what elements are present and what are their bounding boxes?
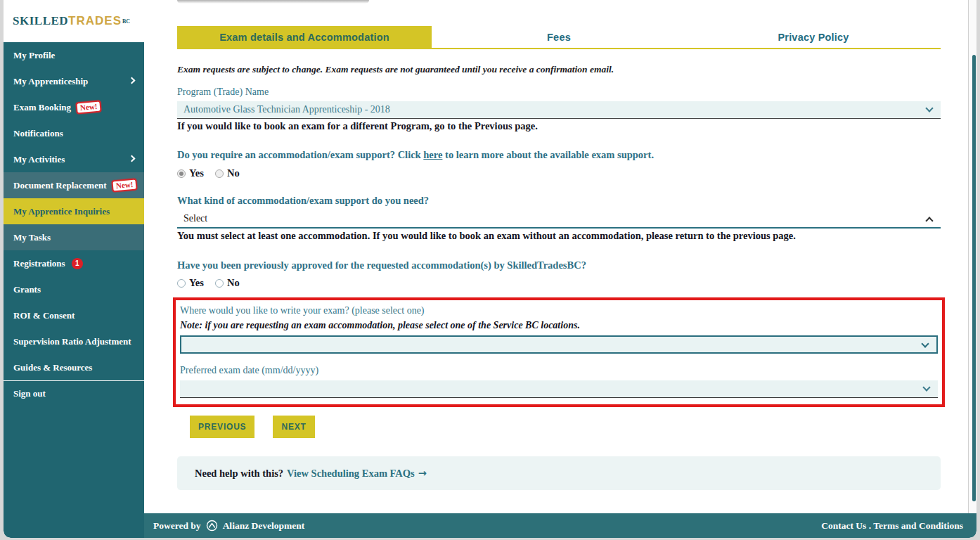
exam-location-label: Where would you like to write your exam?… [180, 305, 938, 316]
sidebar-item-label: Grants [13, 284, 41, 295]
sidebar-item-label: My Tasks [13, 232, 51, 243]
skilledtradesbc-logo[interactable]: SKILLEDTRADESBC [4, 0, 144, 42]
program-select-value: Automotive Glass Technician Apprenticesh… [183, 104, 390, 115]
footer-links: Contact Us . Terms and Conditions [821, 520, 963, 532]
footer-powered-by: Powered by Alianz Development [153, 520, 304, 532]
chevron-down-icon [922, 383, 930, 391]
radio-yes[interactable] [177, 279, 186, 288]
contact-us-link[interactable]: Contact Us [821, 520, 866, 531]
terms-and-conditions-link[interactable]: Terms and Conditions [873, 520, 963, 531]
sidebar-item-my-tasks[interactable]: My Tasks [4, 224, 144, 250]
preferred-exam-date-label: Preferred exam date (mm/dd/yyyy) [180, 365, 938, 376]
previous-button[interactable]: PREVIOUS [190, 416, 254, 438]
accommodation-kind-help: You must select at least one accommodati… [177, 230, 941, 242]
exam-location-select[interactable] [180, 335, 938, 354]
sidebar-item-label: My Profile [13, 50, 55, 61]
help-text: Need help with this? [195, 468, 283, 480]
sidebar-item-label: My Activities [13, 154, 65, 165]
sidebar-item-label: Registrations [13, 258, 65, 269]
accommodation-question-label: Do you require an accommodation/exam sup… [177, 149, 941, 161]
previously-approved-label: Have you been previously approved for th… [177, 259, 941, 271]
sidebar-item-sign-out[interactable]: Sign out [4, 380, 144, 406]
sidebar-item-label: Supervision Ratio Adjustment [13, 336, 131, 347]
logo-skilled-text: SKILLED [13, 14, 68, 28]
sidebar-item-my-profile[interactable]: My Profile [4, 42, 144, 68]
sidebar-item-label: My Apprentice Inquiries [13, 206, 110, 217]
highlighted-exam-location-section: Where would you like to write your exam?… [173, 297, 945, 407]
question-text: to learn more about the available exam s… [442, 149, 654, 160]
radio-option-no[interactable]: No [215, 277, 240, 289]
sidebar-item-my-apprenticeship[interactable]: My Apprenticeship [4, 68, 144, 94]
app-window: SKILLEDTRADESBC My Profile My Apprentice… [4, 0, 976, 538]
tab-privacy-policy[interactable]: Privacy Policy [686, 26, 941, 48]
help-banner: Need help with this? View Scheduling Exa… [177, 456, 941, 490]
radio-no[interactable] [215, 279, 224, 288]
tab-bar: Exam details and Accommodation Fees Priv… [177, 26, 941, 49]
sidebar-item-my-apprentice-inquiries[interactable]: My Apprentice Inquiries [4, 198, 144, 224]
sidebar-item-my-activities[interactable]: My Activities [4, 146, 144, 172]
company-name: Alianz Development [223, 520, 305, 532]
program-select[interactable]: Automotive Glass Technician Apprenticesh… [177, 101, 941, 119]
logo-bc-superscript: BC [122, 18, 130, 25]
chevron-up-icon [925, 217, 933, 224]
program-trade-name-label: Program (Trade) Name [177, 86, 941, 98]
sidebar-item-label: Sign out [13, 388, 46, 399]
next-button[interactable]: NEXT [273, 416, 314, 438]
radio-option-no[interactable]: No [215, 167, 240, 179]
main-content: Exam details and Accommodation Fees Priv… [144, 0, 976, 513]
scheduling-exam-faqs-link[interactable]: View Scheduling Exam FAQs [287, 468, 415, 480]
scrollbar-thumb[interactable] [972, 55, 976, 501]
sidebar-item-label: Guides & Resources [13, 362, 92, 373]
accommodation-radio-group: Yes No [177, 167, 941, 179]
sidebar-item-label: Exam Booking [13, 102, 71, 113]
radio-no[interactable] [215, 169, 224, 178]
previously-approved-radio-group: Yes No [177, 277, 941, 289]
chevron-right-icon [129, 155, 136, 162]
accommodation-kind-value: Select [183, 213, 207, 224]
sidebar-item-supervision-ratio-adjustment[interactable]: Supervision Ratio Adjustment [4, 328, 144, 354]
accommodation-kind-label: What kind of accommodation/exam support … [177, 195, 941, 207]
service-bc-note: Note: if you are requesting an exam acco… [180, 320, 938, 331]
radio-label-no: No [227, 277, 240, 289]
chevron-right-icon [129, 77, 136, 84]
here-link[interactable]: here [423, 149, 442, 160]
new-badge: New! [111, 178, 138, 192]
sidebar-item-roi-consent[interactable]: ROI & Consent [4, 302, 144, 328]
sidebar-item-document-replacement[interactable]: Document Replacement New! [4, 172, 144, 198]
tab-fees[interactable]: Fees [432, 26, 686, 48]
chevron-down-icon [921, 340, 929, 347]
arrow-right-icon: → [418, 468, 427, 479]
radio-option-yes[interactable]: Yes [177, 277, 204, 289]
exam-request-disclaimer: Exam requests are subject to change. Exa… [177, 64, 941, 75]
new-badge: New! [75, 100, 102, 114]
radio-label-no: No [227, 167, 240, 179]
radio-label-yes: Yes [189, 167, 204, 179]
scrollbar-track[interactable] [968, 0, 976, 513]
radio-option-yes[interactable]: Yes [177, 167, 204, 179]
sidebar-item-grants[interactable]: Grants [4, 276, 144, 302]
sidebar: My Profile My Apprenticeship Exam Bookin… [4, 42, 144, 538]
page: SKILLEDTRADESBC My Profile My Apprentice… [0, 0, 980, 540]
radio-label-yes: Yes [189, 277, 204, 289]
question-text: Do you require an accommodation/exam sup… [177, 149, 423, 160]
sidebar-item-label: Notifications [13, 128, 63, 139]
tab-exam-details-and-accommodation[interactable]: Exam details and Accommodation [177, 26, 432, 48]
notification-count-badge: 1 [72, 258, 83, 269]
scrolled-card-shadow [177, 0, 369, 4]
radio-yes-selected[interactable] [177, 169, 186, 178]
sidebar-item-label: Document Replacement [13, 180, 107, 191]
sidebar-item-guides-resources[interactable]: Guides & Resources [4, 354, 144, 380]
accommodation-kind-select[interactable]: Select [177, 210, 941, 229]
logo-trades-text: TRADES [68, 14, 122, 28]
sidebar-item-exam-booking[interactable]: Exam Booking New! [4, 94, 144, 120]
alianz-mountain-icon [206, 520, 218, 532]
chevron-down-icon [925, 104, 933, 112]
footer: Powered by Alianz Development Contact Us… [144, 513, 976, 538]
sidebar-item-label: ROI & Consent [13, 310, 75, 321]
sidebar-item-notifications[interactable]: Notifications [4, 120, 144, 146]
sidebar-item-registrations[interactable]: Registrations 1 [4, 250, 144, 276]
program-help-text: If you would like to book an exam for a … [177, 120, 941, 132]
powered-by-text: Powered by [153, 520, 201, 532]
sidebar-item-label: My Apprenticeship [13, 76, 88, 87]
preferred-exam-date-select[interactable] [180, 380, 938, 398]
